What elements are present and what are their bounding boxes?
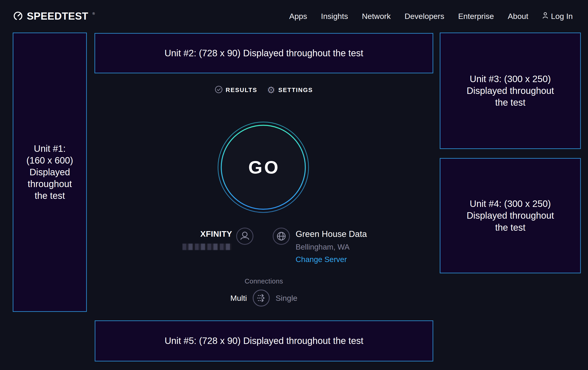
log-in-label: Log In [551,12,573,21]
connection-mode-multi[interactable]: Multi [230,294,247,303]
nav-item-enterprise[interactable]: Enterprise [458,12,494,21]
top-nav: Apps Insights Network Developers Enterpr… [289,11,573,21]
tab-results-label: RESULTS [226,87,257,94]
redacted-ip-address [182,244,232,250]
connections-toggle-row: Multi Single [94,289,433,307]
nav-item-about[interactable]: About [508,12,528,21]
go-label: GO [217,121,309,213]
ad-unit-4: Unit #4: (300 x 250) Displayed throughou… [440,158,581,273]
ad-unit-1-text: Unit #1: (160 x 600) Displayed throughou… [26,143,73,202]
check-circle-icon [215,86,223,94]
ad-unit-2-text: Unit #2: (728 x 90) Displayed throughout… [164,47,363,59]
server-name: Green House Data [296,229,367,239]
tab-settings[interactable]: ⚙ SETTINGS [267,85,313,95]
isp-user-icon [236,228,253,245]
nav-item-insights[interactable]: Insights [321,12,348,21]
nav-item-developers[interactable]: Developers [405,12,444,21]
nav-item-apps[interactable]: Apps [289,12,307,21]
logo-text: SPEEDTEST [27,10,88,22]
speedometer-icon [13,11,23,22]
change-server-link[interactable]: Change Server [296,255,347,264]
logo-trademark: ® [92,12,95,15]
ad-unit-5-text: Unit #5: (728 x 90) Displayed throughout… [165,335,364,347]
ad-unit-1: Unit #1: (160 x 600) Displayed throughou… [13,32,87,312]
go-button[interactable]: GO [217,121,309,213]
server-location: Bellingham, WA [296,243,350,251]
ad-unit-4-text: Unit #4: (300 x 250) Displayed throughou… [467,198,554,233]
connection-mode-single[interactable]: Single [275,294,297,303]
server-globe-icon [273,228,290,245]
tab-results[interactable]: RESULTS [215,86,257,94]
isp-name: XFINITY [162,229,232,239]
log-in-button[interactable]: Log In [542,11,573,21]
tab-bar: RESULTS ⚙ SETTINGS [94,85,433,95]
ad-unit-3: Unit #3: (300 x 250) Displayed throughou… [440,32,581,149]
ad-unit-2: Unit #2: (728 x 90) Displayed throughout… [94,33,433,73]
tab-settings-label: SETTINGS [278,87,313,94]
connection-mode-toggle-icon[interactable] [252,289,270,307]
ad-unit-3-text: Unit #3: (300 x 250) Displayed throughou… [467,73,554,109]
speedtest-page: SPEEDTEST ® Apps Insights Network Develo… [0,0,588,370]
ad-unit-5: Unit #5: (728 x 90) Displayed throughout… [95,320,433,361]
nav-item-network[interactable]: Network [362,12,391,21]
connections-label: Connections [94,278,433,285]
user-icon [542,11,548,21]
gear-icon: ⚙ [267,85,275,95]
speedtest-logo[interactable]: SPEEDTEST ® [13,10,95,22]
header: SPEEDTEST ® Apps Insights Network Develo… [0,0,588,32]
